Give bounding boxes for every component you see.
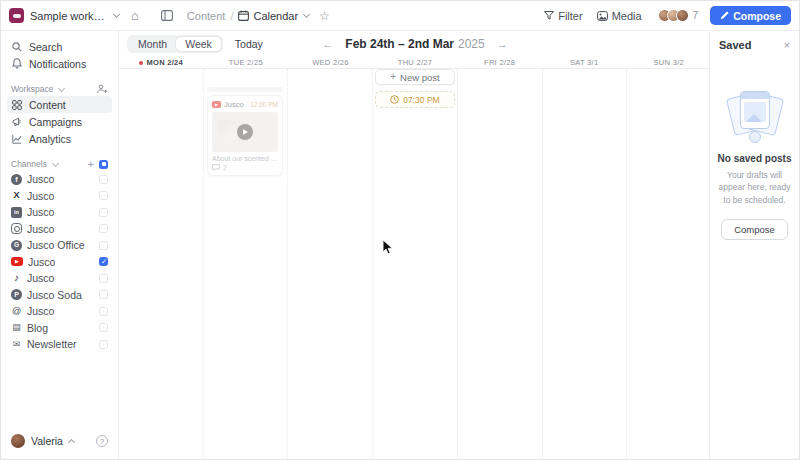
channel-checkbox[interactable] <box>99 323 108 332</box>
member-avatars[interactable] <box>658 9 689 22</box>
select-all-channels-checkbox[interactable] <box>99 160 108 169</box>
channel-checkbox[interactable] <box>99 191 108 200</box>
user-avatar <box>11 434 25 448</box>
open-timeslot[interactable]: 07:30 PM <box>375 91 455 108</box>
channels-section-header[interactable]: Channels + <box>7 157 112 171</box>
youtube-icon <box>11 257 23 266</box>
channel-checkbox[interactable] <box>99 241 108 250</box>
calendar-toolbar: Month Week Today ← Feb 24th – 2nd Mar202… <box>119 31 711 57</box>
new-post-button[interactable]: + New post <box>375 69 455 85</box>
plus-icon: + <box>390 72 396 82</box>
day-column-mon[interactable] <box>119 69 203 459</box>
today-dot <box>139 61 143 65</box>
megaphone-icon <box>11 117 23 127</box>
dragging-post-card[interactable]: Jusco 12:00 PM About our scented drink l… <box>207 87 283 176</box>
compose-button[interactable]: Compose <box>710 6 791 25</box>
star-icon[interactable]: ☆ <box>319 10 330 22</box>
workspace-logo[interactable] <box>9 8 24 23</box>
post-time: 12:00 PM <box>250 101 278 108</box>
invite-user-icon[interactable] <box>97 84 108 94</box>
date-range-label[interactable]: Feb 24th – 2nd Mar2025 <box>345 37 484 51</box>
sidebar-item-campaigns[interactable]: Campaigns <box>7 113 112 130</box>
chevron-down-icon[interactable] <box>113 11 120 18</box>
chevron-down-icon[interactable] <box>303 11 310 18</box>
sidebar-item-analytics[interactable]: Analytics <box>7 130 112 147</box>
post-channel-name: Jusco <box>224 100 244 109</box>
day-column-sat[interactable] <box>542 69 627 459</box>
day-column-sun[interactable] <box>626 69 711 459</box>
channel-row-instagram[interactable]: Jusco <box>7 221 112 238</box>
channel-label: Jusco <box>27 173 54 185</box>
channel-row-newsletter[interactable]: Newsletter <box>7 336 112 353</box>
channel-row-pinterest[interactable]: Jusco Soda <box>7 287 112 304</box>
campaigns-label: Campaigns <box>29 116 82 128</box>
day-column-fri[interactable] <box>457 69 542 459</box>
saved-panel-header: Saved × <box>710 31 799 55</box>
x-twitter-icon <box>11 190 22 201</box>
content-grid-icon <box>11 100 23 110</box>
channel-checkbox[interactable] <box>99 175 108 184</box>
channel-row-x[interactable]: Jusco <box>7 188 112 205</box>
workspace-name[interactable]: Sample workspa... <box>30 10 108 22</box>
home-icon[interactable]: ⌂ <box>131 9 139 22</box>
breadcrumb-separator: / <box>230 10 233 22</box>
member-count[interactable]: 7 <box>693 10 699 21</box>
empty-state-subtitle: Your drafts will appear here, ready to b… <box>717 169 792 206</box>
topbar-right: Filter Media 7 Compose <box>530 6 791 25</box>
sidebar-item-content[interactable]: Content <box>7 96 112 113</box>
channel-row-linkedin[interactable]: Jusco <box>7 204 112 221</box>
prev-week-arrow[interactable]: ← <box>322 38 333 50</box>
post-card[interactable]: Jusco 12:00 PM About our scented drink l… <box>207 95 283 176</box>
channel-checkbox[interactable] <box>99 274 108 283</box>
channel-checkbox[interactable] <box>99 290 108 299</box>
month-view-button[interactable]: Month <box>129 37 176 51</box>
breadcrumb-page[interactable]: Calendar <box>253 10 298 22</box>
channel-checkbox[interactable] <box>99 208 108 217</box>
day-header-row: MON 2/24 TUE 2/25 WED 2/26 THU 2/27 FRI … <box>119 57 711 69</box>
sidebar-toggle-icon[interactable] <box>161 10 173 21</box>
compose-label: Compose <box>733 10 781 22</box>
channel-row-google-business[interactable]: Jusco Office <box>7 237 112 254</box>
channel-label: Jusco Soda <box>27 289 82 301</box>
user-menu[interactable]: Valeria ? <box>7 431 112 455</box>
channel-row-blog[interactable]: Blog <box>7 320 112 337</box>
workspace-section-header[interactable]: Workspace <box>7 82 112 96</box>
channel-checkbox[interactable] <box>99 340 108 349</box>
sidebar-item-notifications[interactable]: Notifications <box>7 55 112 72</box>
channel-row-tiktok[interactable]: Jusco <box>7 270 112 287</box>
add-channel-icon[interactable]: + <box>88 159 94 170</box>
next-week-arrow[interactable]: → <box>497 38 508 50</box>
media-button[interactable]: Media <box>597 10 642 22</box>
channel-row-youtube[interactable]: Jusco <box>7 254 112 271</box>
day-column-thu[interactable] <box>372 69 457 459</box>
channel-checkbox[interactable] <box>99 257 108 266</box>
breadcrumb-section[interactable]: Content <box>187 10 226 22</box>
linkedin-icon <box>11 207 22 218</box>
clock-icon <box>390 95 399 104</box>
channels-header-label: Channels <box>11 159 47 169</box>
week-view-button[interactable]: Week <box>176 37 221 51</box>
channel-row-threads[interactable]: Jusco <box>7 303 112 320</box>
channel-checkbox[interactable] <box>99 224 108 233</box>
comment-count: 2 <box>223 164 227 171</box>
channel-row-facebook[interactable]: Jusco <box>7 171 112 188</box>
close-icon[interactable]: × <box>784 40 790 51</box>
saved-compose-button[interactable]: Compose <box>721 219 788 240</box>
play-icon <box>237 124 253 140</box>
day-header-sun: SUN 3/2 <box>626 57 711 68</box>
today-button[interactable]: Today <box>235 38 263 50</box>
channel-label: Jusco <box>28 256 55 268</box>
sidebar-item-search[interactable]: Search <box>7 38 112 55</box>
help-icon[interactable]: ? <box>96 435 108 447</box>
post-thumbnail <box>212 112 278 152</box>
calendar-grid[interactable]: Jusco 12:00 PM About our scented drink l… <box>119 69 711 459</box>
channel-checkbox[interactable] <box>99 307 108 316</box>
filter-button[interactable]: Filter <box>544 10 582 22</box>
chevron-up-icon <box>68 439 75 446</box>
media-label: Media <box>612 10 642 22</box>
day-column-wed[interactable] <box>287 69 372 459</box>
sidebar: Search Notifications Workspace Content <box>1 31 119 459</box>
media-icon <box>597 11 608 21</box>
youtube-icon <box>212 101 221 108</box>
channel-label: Jusco <box>27 272 54 284</box>
